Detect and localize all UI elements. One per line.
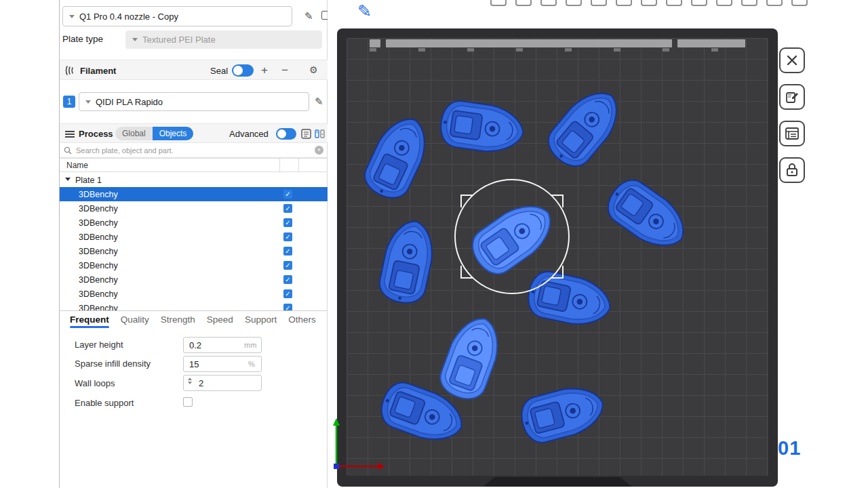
plate-type-value: Textured PEI Plate: [142, 35, 216, 45]
search-input[interactable]: [76, 146, 311, 155]
tab-others[interactable]: Others: [288, 314, 316, 325]
toolbar-icon[interactable]: [716, 0, 732, 6]
visibility-checkbox[interactable]: ✓: [283, 190, 292, 199]
filament-section-header: Filament Seal + − ⚙: [60, 60, 328, 80]
build-plate[interactable]: [337, 28, 778, 487]
plate-number-label: 01: [778, 437, 801, 460]
object-tree-list: 3DBenchy ✓ 3DBenchy ✓ 3DBenchy ✓ 3DBench…: [60, 187, 328, 310]
filament-preset-select[interactable]: QIDI PLA Rapido: [79, 92, 309, 111]
toolbar-icon[interactable]: [791, 0, 808, 6]
tree-plate-row[interactable]: Plate 1: [60, 173, 328, 187]
stepper-up-icon[interactable]: [188, 378, 192, 380]
toolbar-icon[interactable]: [741, 0, 757, 6]
plate-grid: [347, 38, 768, 476]
visibility-checkbox[interactable]: ✓: [283, 289, 292, 298]
advanced-toggle[interactable]: [276, 128, 296, 140]
edit-filament-icon[interactable]: ✎: [315, 96, 323, 106]
filament-settings-gear-icon[interactable]: ⚙: [309, 65, 318, 75]
tab-quality[interactable]: Quality: [121, 314, 149, 325]
table-row[interactable]: 3DBenchy ✓: [60, 287, 328, 301]
table-row[interactable]: 3DBenchy ✓: [60, 187, 328, 201]
tab-strength[interactable]: Strength: [161, 314, 195, 325]
advanced-label: Advanced: [229, 129, 269, 139]
add-filament-button[interactable]: +: [261, 64, 268, 76]
auto-orient-button[interactable]: [779, 84, 805, 110]
close-icon: [785, 54, 799, 67]
filament-preset-value: QIDI PLA Rapido: [96, 97, 163, 107]
seal-toggle[interactable]: [232, 64, 254, 77]
visibility-checkbox[interactable]: ✓: [283, 204, 292, 213]
object-name: 3DBenchy: [79, 304, 118, 311]
collapsed-left-panel: [0, 0, 60, 488]
tab-support[interactable]: Support: [245, 314, 277, 325]
wall-loops-label: Wall loops: [75, 378, 115, 388]
toolbar-icon[interactable]: [766, 0, 783, 6]
visibility-checkbox[interactable]: ✓: [283, 247, 292, 256]
visibility-checkbox[interactable]: ✓: [283, 304, 292, 310]
plate-front-notch: [483, 477, 632, 487]
infill-density-unit: %: [248, 360, 255, 368]
plate-type-select[interactable]: Textured PEI Plate: [125, 30, 322, 49]
table-row[interactable]: 3DBenchy ✓: [60, 201, 328, 216]
scope-global-button[interactable]: Global: [115, 127, 153, 140]
arrange-icon: [785, 126, 800, 141]
visibility-checkbox[interactable]: ✓: [283, 218, 292, 227]
layer-height-unit: mm: [244, 341, 256, 349]
toggle-knob: [277, 129, 286, 138]
process-title: Process: [79, 129, 113, 139]
tree-name-header: Name: [60, 158, 328, 172]
object-name: 3DBenchy: [79, 190, 118, 199]
toggle-knob: [233, 66, 243, 75]
object-name: 3DBenchy: [79, 289, 118, 299]
tab-speed[interactable]: Speed: [207, 314, 233, 325]
tree-column-divider: [279, 158, 280, 172]
toolbar-icon[interactable]: [515, 0, 532, 6]
toolbar-icon[interactable]: [691, 0, 707, 6]
table-row[interactable]: 3DBenchy ✓: [60, 216, 328, 230]
toolbar-icon[interactable]: [540, 0, 557, 6]
top-toolbar-clipped: [490, 0, 808, 6]
enable-support-checkbox[interactable]: [183, 397, 193, 407]
lock-plate-button[interactable]: [779, 157, 805, 183]
visibility-checkbox[interactable]: ✓: [283, 261, 292, 270]
preset-list-icon[interactable]: [301, 129, 311, 139]
toolbar-icon[interactable]: [591, 0, 607, 6]
remove-filament-button[interactable]: −: [281, 64, 288, 76]
arrange-button[interactable]: [779, 121, 805, 146]
viewport-3d[interactable]: ✎: [328, 0, 868, 488]
search-icon: [64, 146, 72, 155]
toolbar-icon[interactable]: [641, 0, 657, 6]
chevron-down-icon: [132, 38, 138, 41]
side-panel: Q1 Pro 0.4 nozzle - Copy ✎ Plate type Te…: [60, 0, 328, 488]
table-row[interactable]: 3DBenchy ✓: [60, 301, 328, 310]
toolbar-icon[interactable]: [666, 0, 682, 6]
toolbar-icon[interactable]: [490, 0, 507, 6]
visibility-checkbox[interactable]: ✓: [283, 275, 292, 284]
printer-preset-select[interactable]: Q1 Pro 0.4 nozzle - Copy: [62, 6, 292, 26]
filament-slot-badge: 1: [63, 96, 75, 108]
object-name: 3DBenchy: [79, 275, 118, 285]
wall-loops-stepper[interactable]: [188, 378, 192, 384]
wall-loops-input[interactable]: [183, 375, 262, 391]
delete-all-button[interactable]: [779, 47, 805, 73]
table-row[interactable]: 3DBenchy ✓: [60, 258, 328, 272]
object-name: 3DBenchy: [79, 218, 118, 228]
table-row[interactable]: 3DBenchy ✓: [60, 244, 328, 258]
toolbar-icon[interactable]: [616, 0, 632, 6]
scope-objects-button[interactable]: Objects: [153, 127, 194, 140]
toolbar-icon[interactable]: [566, 0, 582, 6]
visibility-checkbox[interactable]: ✓: [283, 232, 292, 241]
collapse-arrow-icon[interactable]: [65, 178, 71, 181]
filament-spool-icon: [65, 65, 77, 76]
auto-orient-icon: [785, 89, 800, 104]
stepper-down-icon[interactable]: [188, 382, 192, 384]
table-row[interactable]: 3DBenchy ✓: [60, 272, 328, 287]
edit-preset-icon[interactable]: ✎: [304, 11, 313, 21]
edit-plate-pencil-icon[interactable]: ✎: [357, 1, 372, 21]
tree-column-divider: [298, 158, 299, 172]
settings-tabs: Frequent Quality Strength Speed Support …: [60, 310, 328, 328]
tab-frequent[interactable]: Frequent: [70, 314, 109, 325]
compare-presets-icon[interactable]: [315, 129, 326, 139]
table-row[interactable]: 3DBenchy ✓: [60, 230, 328, 244]
clear-search-icon[interactable]: ×: [315, 146, 323, 155]
